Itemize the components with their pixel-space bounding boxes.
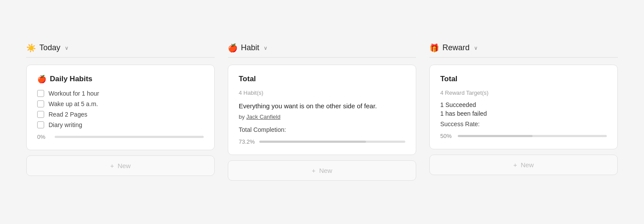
habit-card-title: Total bbox=[239, 75, 405, 83]
main-container: ☀️ Today ∨ 🍎 Daily Habits Workout for 1 … bbox=[0, 26, 644, 199]
reward-chevron[interactable]: ∨ bbox=[474, 45, 478, 51]
reward-header: 🎁 Reward ∨ bbox=[429, 43, 618, 58]
today-title: Today bbox=[39, 43, 60, 52]
habit-checkbox-diary[interactable] bbox=[37, 121, 44, 128]
reward-card-title: Total bbox=[440, 75, 607, 83]
habit-progress-bar-bg bbox=[259, 141, 405, 143]
habit-checkbox-read[interactable] bbox=[37, 111, 44, 118]
habit-progress-bar-fill bbox=[259, 141, 366, 143]
reward-success-rate-label: Success Rate: bbox=[440, 121, 607, 128]
reward-column: 🎁 Reward ∨ Total 4 Reward Target(s) 1 Su… bbox=[429, 43, 618, 181]
habit-plus-icon: + bbox=[312, 167, 316, 174]
habit-checkbox-wakeup[interactable] bbox=[37, 100, 44, 107]
reward-failed: 1 has been failed bbox=[440, 110, 607, 117]
apple-icon: 🍎 bbox=[37, 75, 46, 84]
reward-succeeded: 1 Succeeded bbox=[440, 101, 607, 108]
reward-title: Reward bbox=[442, 43, 470, 52]
reward-progress-bar-bg bbox=[458, 135, 607, 137]
habit-author-link[interactable]: Jack Canfield bbox=[246, 114, 280, 120]
daily-habits-card: 🍎 Daily Habits Workout for 1 hour Wake u… bbox=[26, 65, 215, 150]
habit-item-diary: Diary writing bbox=[37, 121, 204, 128]
today-new-button[interactable]: + New bbox=[26, 155, 215, 176]
today-new-label: New bbox=[118, 162, 131, 169]
reward-new-button[interactable]: + New bbox=[429, 155, 618, 175]
reward-progress-row: 50% bbox=[440, 133, 607, 139]
habit-label-diary: Diary writing bbox=[49, 121, 82, 128]
daily-habits-title: 🍎 Daily Habits bbox=[37, 75, 204, 84]
habit-new-label: New bbox=[319, 167, 332, 174]
today-icon: ☀️ bbox=[26, 43, 36, 53]
habit-progress-label: 73.2% bbox=[239, 138, 255, 145]
habit-item-read: Read 2 Pages bbox=[37, 111, 204, 118]
habit-chevron[interactable]: ∨ bbox=[264, 45, 268, 51]
reward-count: 4 Reward Target(s) bbox=[440, 90, 607, 96]
reward-plus-icon: + bbox=[513, 161, 517, 169]
today-progress-label: 0% bbox=[37, 134, 50, 140]
habit-author: by Jack Canfield bbox=[239, 114, 405, 120]
today-plus-icon: + bbox=[110, 162, 114, 169]
habit-new-button[interactable]: + New bbox=[228, 160, 416, 181]
habit-total-card: Total 4 Habit(s) Everything you want is … bbox=[228, 65, 416, 155]
reward-progress-label: 50% bbox=[440, 133, 453, 139]
today-progress-bar-bg bbox=[55, 136, 204, 138]
today-chevron[interactable]: ∨ bbox=[65, 45, 69, 51]
habit-item-workout: Workout for 1 hour bbox=[37, 90, 204, 97]
habit-item-wakeup: Wake up at 5 a.m. bbox=[37, 100, 204, 107]
habit-icon: 🍎 bbox=[228, 43, 237, 53]
habit-title: Habit bbox=[241, 43, 259, 52]
habit-checkbox-workout[interactable] bbox=[37, 90, 44, 97]
today-progress-row: 0% bbox=[37, 134, 204, 140]
habit-label-read: Read 2 Pages bbox=[49, 111, 87, 118]
today-column: ☀️ Today ∨ 🍎 Daily Habits Workout for 1 … bbox=[26, 43, 215, 181]
reward-total-card: Total 4 Reward Target(s) 1 Succeeded 1 h… bbox=[429, 65, 618, 149]
habit-label-workout: Workout for 1 hour bbox=[49, 90, 99, 97]
habit-progress-row: 73.2% bbox=[239, 138, 405, 145]
columns: ☀️ Today ∨ 🍎 Daily Habits Workout for 1 … bbox=[26, 43, 618, 181]
habit-completion-label: Total Completion: bbox=[239, 126, 405, 133]
today-header: ☀️ Today ∨ bbox=[26, 43, 215, 58]
reward-progress-bar-fill bbox=[458, 135, 533, 137]
habit-label-wakeup: Wake up at 5 a.m. bbox=[49, 100, 98, 107]
reward-new-label: New bbox=[521, 161, 534, 169]
habit-quote: Everything you want is on the other side… bbox=[239, 101, 405, 111]
habit-count: 4 Habit(s) bbox=[239, 90, 405, 96]
habit-header: 🍎 Habit ∨ bbox=[228, 43, 416, 58]
habit-column: 🍎 Habit ∨ Total 4 Habit(s) Everything yo… bbox=[228, 43, 416, 181]
reward-icon: 🎁 bbox=[429, 43, 439, 53]
